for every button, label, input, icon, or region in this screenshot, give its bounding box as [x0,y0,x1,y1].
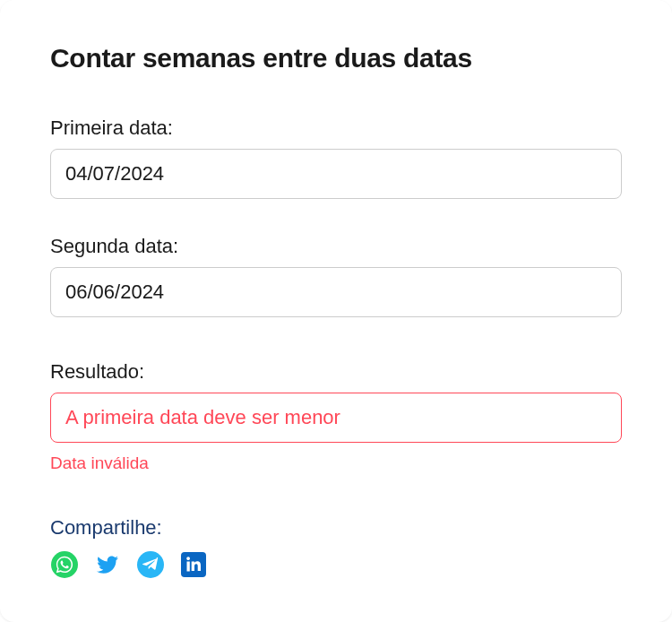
first-date-input[interactable] [50,149,622,199]
second-date-input[interactable] [50,267,622,317]
telegram-icon[interactable] [136,550,165,579]
svg-point-1 [137,551,164,578]
result-section: Resultado: A primeira data deve ser meno… [50,360,622,473]
share-icons-row [50,550,622,579]
first-date-field: Primeira data: [50,117,622,199]
share-section: Compartilhe: [50,516,622,579]
result-label: Resultado: [50,360,622,384]
twitter-icon[interactable] [93,550,122,579]
second-date-label: Segunda data: [50,235,622,258]
share-label: Compartilhe: [50,516,622,540]
result-box: A primeira data deve ser menor [50,393,622,443]
svg-point-0 [51,551,78,578]
first-date-label: Primeira data: [50,117,622,140]
linkedin-icon[interactable] [179,550,208,579]
page-title: Contar semanas entre duas datas [50,43,622,73]
whatsapp-icon[interactable] [50,550,79,579]
calculator-card: Contar semanas entre duas datas Primeira… [0,0,672,622]
error-message: Data inválida [50,453,622,473]
second-date-field: Segunda data: [50,235,622,317]
